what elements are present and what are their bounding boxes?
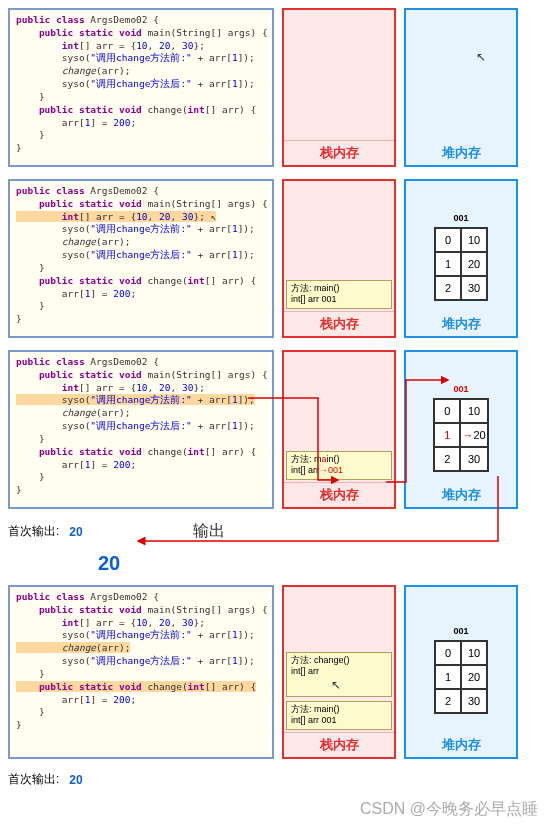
output-row-2: 首次输出: 20 <box>8 771 550 788</box>
stack-frame-main: 方法: main() int[] arr→001 <box>286 451 392 480</box>
output-label: 首次输出: <box>8 771 59 788</box>
stack-memory-3: 方法: main() int[] arr→001 栈内存 <box>282 350 396 509</box>
stack-memory-2: 方法: main() int[] arr 001 栈内存 <box>282 179 396 338</box>
step-4: public class ArgsDemo02 { public static … <box>8 585 550 759</box>
frame-method: 方法: main() <box>291 283 387 295</box>
heap-addr: 001 <box>433 384 488 394</box>
frame-var: int[] arr 001 <box>291 294 387 306</box>
stack-label: 栈内存 <box>284 311 394 336</box>
heap-addr: 001 <box>434 213 488 223</box>
heap-array: 010 1→20 230 <box>433 398 488 472</box>
heap-label: 堆内存 <box>406 733 516 757</box>
output-row-1: 首次输出: 20 输出 <box>8 521 550 542</box>
stack-label: 栈内存 <box>284 732 394 757</box>
output-value: 20 <box>69 773 82 787</box>
stack-frame-main: 方法: main() int[] arr 001 <box>286 701 392 730</box>
watermark: CSDN @今晚务必早点睡 <box>360 799 538 806</box>
frame-var: int[] arr 001 <box>291 715 387 727</box>
heap-array: 010 120 230 <box>434 640 488 714</box>
stack-memory-1: 栈内存 <box>282 8 396 167</box>
stack-frame-change: 方法: change() int[] arr ↖ <box>286 652 392 697</box>
stack-memory-4: 方法: change() int[] arr ↖ 方法: main() int[… <box>282 585 396 759</box>
stack-label: 栈内存 <box>284 140 394 165</box>
frame-var: int[] arr <box>291 666 387 678</box>
heap-label: 堆内存 <box>406 141 516 165</box>
code-panel-3: public class ArgsDemo02 { public static … <box>8 350 274 509</box>
code-panel-1: public class ArgsDemo02 { public static … <box>8 8 274 167</box>
step-1: public class ArgsDemo02 { public static … <box>8 8 550 167</box>
heap-label: 堆内存 <box>406 312 516 336</box>
output-arrow <box>8 516 548 556</box>
cursor-icon: ↖ <box>331 678 341 692</box>
step-2: public class ArgsDemo02 { public static … <box>8 179 550 338</box>
code-panel-4: public class ArgsDemo02 { public static … <box>8 585 274 759</box>
heap-label: 堆内存 <box>406 483 516 507</box>
heap-addr: 001 <box>434 626 488 636</box>
cursor-icon: ↖ <box>476 50 486 64</box>
heap-memory-3: 001 010 1→20 230 堆内存 <box>404 350 518 509</box>
heap-memory-1: ↖ 堆内存 <box>404 8 518 167</box>
stack-frame-main: 方法: main() int[] arr 001 <box>286 280 392 309</box>
heap-memory-2: 001 010 120 230 堆内存 <box>404 179 518 338</box>
frame-method: 方法: main() <box>291 704 387 716</box>
heap-array: 010 120 230 <box>434 227 488 301</box>
frame-method: 方法: change() <box>291 655 387 667</box>
heap-memory-4: 001 010 120 230 堆内存 <box>404 585 518 759</box>
frame-method: 方法: main() <box>291 454 387 466</box>
step-3: public class ArgsDemo02 { public static … <box>8 350 550 509</box>
output-word: 输出 <box>193 521 225 542</box>
output-label: 首次输出: <box>8 523 59 540</box>
stack-label: 栈内存 <box>284 482 394 507</box>
frame-var: int[] arr→001 <box>291 465 387 477</box>
code-panel-2: public class ArgsDemo02 { public static … <box>8 179 274 338</box>
output-value: 20 <box>69 525 82 539</box>
big-output: 20 <box>98 552 550 575</box>
